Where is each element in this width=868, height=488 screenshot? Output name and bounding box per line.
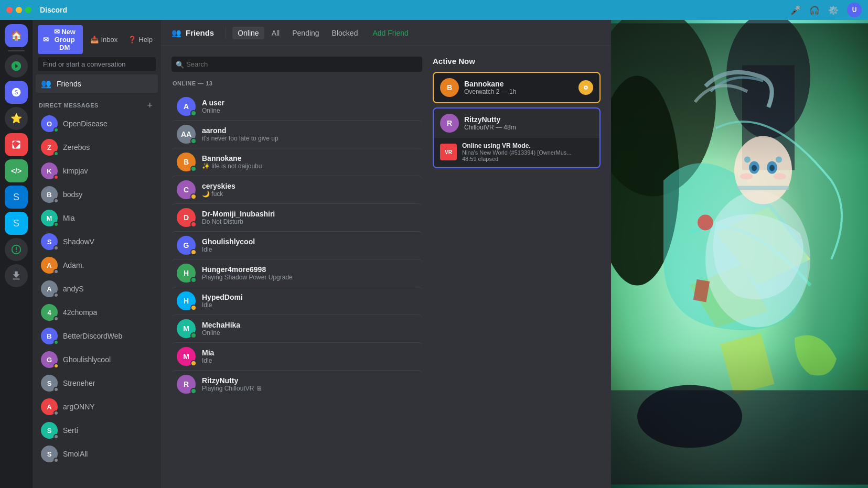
active-card-game-ritzynutty: ChilloutVR — 48m (464, 124, 593, 131)
mic-icon[interactable]: 🎤 (790, 5, 801, 15)
dm-name: bodsy (63, 190, 82, 199)
server-item-1[interactable] (5, 55, 28, 78)
detail-elapsed: 48:59 elapsed (462, 156, 572, 162)
dm-item-shadowv[interactable]: S ShadowV (36, 230, 158, 253)
tab-online[interactable]: Online (232, 27, 264, 39)
settings-icon[interactable]: ⚙️ (828, 5, 839, 15)
status-dot (53, 198, 59, 203)
friend-avatar: D (177, 208, 196, 227)
headphones-icon[interactable]: 🎧 (809, 5, 820, 15)
friend-avatar: H (177, 264, 196, 283)
friend-item-hunger4more6998[interactable]: H Hunger4more6998 Playing Shadow Power U… (172, 259, 422, 287)
active-card-details-ritzynutty: VR Online using VR Mode. Nina's New Worl… (434, 138, 599, 167)
dm-item-kimpjav[interactable]: K kimpjav (36, 159, 158, 182)
dm-avatar: S (41, 233, 58, 250)
new-group-dm-label: ✉ New Group DM (51, 28, 78, 51)
dm-item-opendisease[interactable]: O OpenDisease (36, 112, 158, 135)
friend-item-aarond[interactable]: AA aarond it's never too late to give up (172, 120, 422, 148)
server-item-7[interactable]: S (5, 212, 28, 235)
friend-item-ceryskies[interactable]: C ceryskies 🌙 fuck (172, 176, 422, 203)
maximize-button[interactable] (25, 7, 31, 13)
friend-item-ghoulishlycool[interactable]: G Ghoulishlycool Idle (172, 231, 422, 259)
dm-item-betterdiscordweb[interactable]: B BetterDiscordWeb (36, 324, 158, 348)
add-friend-button[interactable]: Add Friend (365, 27, 415, 39)
friend-list: A A user Online AA aarond it's never too… (172, 93, 422, 478)
friend-status-dot (190, 388, 197, 394)
find-placeholder: Find or start a conversation (43, 60, 126, 68)
new-group-dm-icon: ✉ (43, 36, 49, 44)
status-dot (53, 363, 59, 368)
dm-item-bodsy[interactable]: B bodsy (36, 183, 158, 206)
friend-status-text: Playing Shadow Power Upgrade (202, 274, 417, 281)
find-conversation-input[interactable]: Find or start a conversation (38, 57, 156, 71)
friend-item-auser[interactable]: A A user Online (172, 93, 422, 120)
server-item-5[interactable]: </> (5, 159, 28, 182)
active-card-bannokane[interactable]: B Bannokane Overwatch 2 — 1h (433, 72, 601, 103)
user-avatar[interactable]: U (847, 3, 862, 17)
dm-avatar: B (41, 186, 58, 203)
friend-item-drmomijiinubashiri[interactable]: D Dr-Momiji_Inubashiri Do Not Disturb (172, 203, 422, 231)
status-dot (53, 222, 59, 227)
dm-avatar: G (41, 351, 58, 368)
friend-name: RitzyNutty (202, 376, 417, 385)
status-dot (53, 387, 59, 392)
dm-avatar: S (41, 375, 58, 392)
dm-name: BetterDiscordWeb (63, 332, 122, 340)
dm-name: argONNY (63, 403, 95, 411)
right-panel (611, 20, 868, 488)
friend-item-bannokane[interactable]: B Bannokane ✨ life is not daijoubu (172, 148, 422, 176)
friend-name: Mia (202, 349, 417, 357)
friends-search-input[interactable] (172, 57, 422, 72)
add-dm-button[interactable]: + (145, 101, 155, 110)
dm-name: Adam. (63, 261, 84, 269)
dm-item-streneher[interactable]: S Streneher (36, 372, 158, 395)
dm-item-smolall[interactable]: S SmolAll (36, 442, 158, 465)
friend-status-dot (190, 166, 197, 172)
server-item-3[interactable]: ⭐ (5, 107, 28, 130)
inbox-button[interactable]: 📥 Inbox (87, 33, 121, 46)
friend-info: HypedDomi Idle (202, 293, 417, 309)
home-button[interactable]: 🏠 (5, 24, 28, 47)
dm-item-zerebos[interactable]: Z Zerebos (36, 136, 158, 159)
tab-all[interactable]: All (266, 27, 285, 39)
minimize-button[interactable] (16, 7, 22, 13)
friend-item-hypeddomi[interactable]: H HypedDomi Idle (172, 287, 422, 315)
close-button[interactable] (6, 7, 13, 13)
friend-item-ritzynutty[interactable]: R RitzyNutty Playing ChilloutVR 🖥 (172, 370, 422, 398)
dm-item-mia[interactable]: M Mia (36, 207, 158, 230)
friend-avatar: A (177, 97, 196, 116)
server-item-4[interactable] (5, 133, 28, 156)
friend-item-mia[interactable]: M Mia Idle (172, 342, 422, 370)
friend-info: MechaHika Online (202, 321, 417, 337)
download-apps[interactable] (5, 264, 28, 287)
friend-item-mechahika[interactable]: M MechaHika Online (172, 315, 422, 342)
dm-item-adam[interactable]: A Adam. (36, 254, 158, 277)
new-group-dm-button[interactable]: ✉ ✉ New Group DM (38, 25, 83, 54)
dm-item-42chompa[interactable]: 4 42chompa (36, 301, 158, 324)
friend-name: Dr-Momiji_Inubashiri (202, 210, 417, 218)
explore-public-servers[interactable] (5, 238, 28, 261)
help-button[interactable]: ❓ Help (125, 33, 156, 46)
dm-item-serti[interactable]: S Serti (36, 419, 158, 442)
friends-nav: 👥 Friends Online All Pending Blocked Add… (161, 20, 611, 46)
server-item-6[interactable]: S (5, 186, 28, 209)
status-dot (53, 151, 59, 156)
nav-divider (226, 27, 226, 39)
dm-name: SmolAll (63, 450, 88, 458)
dm-item-andys[interactable]: A andyS (36, 277, 158, 300)
dm-item-ghoulishlycool[interactable]: G Ghoulishlycool (36, 348, 158, 371)
friend-name: A user (202, 99, 417, 107)
sidebar-item-friends[interactable]: 👥 Friends (36, 74, 158, 93)
friend-status-text: Idle (202, 357, 417, 364)
server-item-2[interactable]: S (5, 81, 28, 104)
dm-item-argonny[interactable]: A argONNY (36, 395, 158, 418)
tab-pending[interactable]: Pending (287, 27, 324, 39)
tab-blocked[interactable]: Blocked (327, 27, 363, 39)
active-now-cards: B Bannokane Overwatch 2 — 1h (433, 72, 601, 168)
active-card-top-bannokane: B Bannokane Overwatch 2 — 1h (434, 73, 599, 102)
friend-status-text: 🌙 fuck (202, 190, 417, 198)
active-card-ritzynutty[interactable]: R RitzyNutty ChilloutVR — 48m VR On (433, 107, 601, 168)
friend-name: ceryskies (202, 182, 417, 190)
friend-avatar: C (177, 180, 196, 199)
friend-name: Ghoulishlycool (202, 237, 417, 246)
